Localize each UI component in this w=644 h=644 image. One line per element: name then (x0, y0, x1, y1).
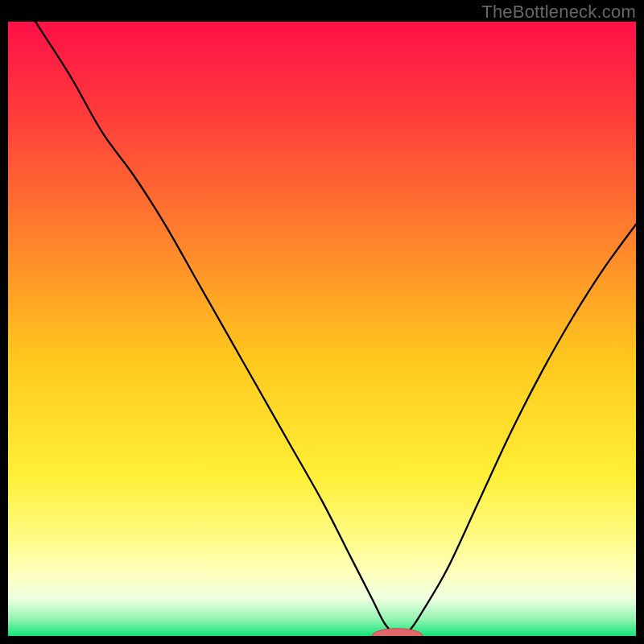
plot-background (8, 22, 636, 636)
watermark-text: TheBottleneck.com (481, 2, 636, 23)
bottleneck-chart (8, 22, 636, 636)
chart-frame: TheBottleneck.com (0, 0, 644, 644)
